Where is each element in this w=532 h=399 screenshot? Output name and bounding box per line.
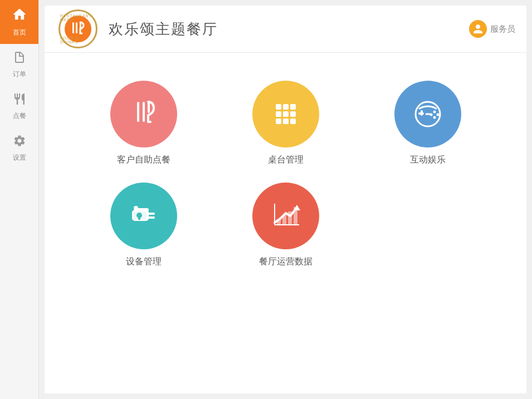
page-title: 欢乐颂主题餐厅 (109, 19, 469, 39)
svg-rect-0 (72, 22, 74, 33)
device-mgmt-label: 设备管理 (126, 256, 162, 268)
user-area[interactable]: 服务员 (469, 20, 515, 38)
svg-rect-28 (146, 216, 155, 219)
logo: RESTAURANT MENU FOOD & DRINKS (56, 11, 100, 47)
entertainment-icon-bg (394, 81, 461, 147)
home-icon (12, 7, 27, 26)
svg-rect-34 (277, 219, 281, 225)
svg-rect-27 (146, 213, 155, 215)
svg-point-20 (433, 116, 436, 119)
svg-rect-8 (290, 104, 296, 110)
menu-grid: 客户自助点餐 桌台管理 (67, 70, 504, 279)
menu-item-self-order[interactable]: 客户自助点餐 (89, 81, 198, 166)
svg-rect-9 (276, 111, 281, 117)
svg-rect-35 (282, 215, 286, 225)
sidebar: 首页 订单 点餐 设置 (0, 0, 39, 399)
sidebar-item-order[interactable]: 订单 (0, 44, 38, 86)
user-label: 服务员 (490, 24, 515, 35)
svg-rect-30 (134, 208, 149, 211)
header: RESTAURANT MENU FOOD & DRINKS 欢乐颂主题餐厅 (45, 6, 526, 53)
self-order-label: 客户自助点餐 (117, 154, 170, 166)
svg-rect-10 (283, 111, 289, 117)
device-mgmt-icon-bg (110, 183, 177, 249)
svg-rect-6 (276, 104, 281, 110)
sidebar-item-home[interactable]: 首页 (0, 0, 38, 44)
logo-text-bottom: FOOD & DRINKS (60, 36, 96, 44)
logo-circle: RESTAURANT MENU FOOD & DRINKS (58, 9, 97, 48)
svg-rect-5 (148, 102, 150, 113)
user-avatar (469, 20, 487, 38)
menu-item-device-mgmt[interactable]: 设备管理 (89, 183, 198, 268)
data-label: 餐厅运营数据 (259, 256, 313, 268)
self-order-icon-bg (110, 81, 177, 147)
svg-rect-17 (421, 110, 423, 116)
svg-rect-36 (288, 211, 292, 225)
settings-icon (13, 134, 26, 151)
svg-rect-26 (138, 215, 140, 220)
sidebar-item-home-label: 首页 (13, 28, 26, 37)
table-mgmt-label: 桌台管理 (268, 154, 304, 166)
sidebar-item-order-label: 订单 (13, 70, 26, 79)
svg-rect-12 (276, 119, 281, 124)
sidebar-item-menu-label: 点餐 (13, 111, 26, 121)
order-icon (13, 51, 26, 67)
svg-rect-2 (80, 22, 81, 29)
menu-item-data[interactable]: 餐厅运营数据 (231, 183, 340, 268)
sidebar-item-settings[interactable]: 设置 (0, 127, 38, 169)
main-content: RESTAURANT MENU FOOD & DRINKS 欢乐颂主题餐厅 (39, 0, 532, 399)
svg-point-21 (436, 114, 439, 116)
table-mgmt-icon-bg (252, 81, 319, 147)
sidebar-item-settings-label: 设置 (13, 153, 26, 162)
svg-point-19 (429, 114, 432, 116)
svg-point-18 (433, 111, 436, 114)
svg-rect-11 (290, 111, 296, 117)
svg-rect-13 (283, 119, 289, 124)
data-icon-bg (252, 183, 319, 249)
svg-rect-14 (290, 119, 296, 124)
svg-rect-4 (143, 102, 145, 122)
svg-rect-1 (76, 22, 77, 33)
sidebar-item-menu[interactable]: 点餐 (0, 86, 38, 127)
menu-item-table-mgmt[interactable]: 桌台管理 (231, 81, 340, 166)
svg-rect-7 (283, 104, 289, 110)
svg-rect-37 (294, 207, 297, 225)
menu-icon (13, 92, 26, 109)
svg-rect-3 (137, 102, 139, 122)
content-area: 客户自助点餐 桌台管理 (45, 53, 526, 393)
entertainment-label: 互动娱乐 (410, 154, 446, 166)
logo-text-top: RESTAURANT MENU (60, 14, 96, 22)
menu-item-entertainment[interactable]: 互动娱乐 (373, 81, 482, 166)
